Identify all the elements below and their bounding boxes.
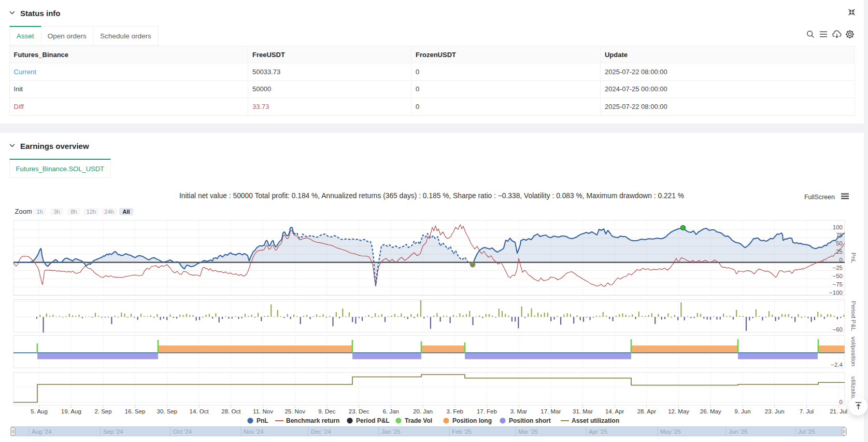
svg-text:3. Mar: 3. Mar <box>510 408 528 415</box>
svg-text:75: 75 <box>836 232 843 238</box>
svg-text:Nov '24: Nov '24 <box>244 429 264 435</box>
svg-text:Dec '24: Dec '24 <box>311 429 331 435</box>
svg-text:100: 100 <box>833 224 843 230</box>
svg-text:Mar '25: Mar '25 <box>518 429 538 435</box>
svg-text:Asset utilization: Asset utilization <box>572 417 619 424</box>
svg-text:6. Jan: 6. Jan <box>383 408 399 415</box>
svg-text:17. Feb: 17. Feb <box>477 408 497 415</box>
svg-text:23. Dec: 23. Dec <box>349 408 369 415</box>
svg-text:12. May: 12. May <box>668 408 689 415</box>
svg-text:−75: −75 <box>832 281 843 287</box>
svg-text:50: 50 <box>836 240 843 246</box>
svg-text:Aug '24: Aug '24 <box>32 429 52 435</box>
svg-text:14. Oct: 14. Oct <box>190 408 209 415</box>
svg-text:Oct '24: Oct '24 <box>173 429 192 435</box>
svg-text:Period P&L: Period P&L <box>850 301 857 332</box>
svg-text:vol/position: vol/position <box>850 337 857 367</box>
svg-text:Jun '25: Jun '25 <box>729 429 748 435</box>
svg-text:9. Jun: 9. Jun <box>734 408 750 415</box>
svg-text:21. Jul: 21. Jul <box>830 408 847 415</box>
svg-text:0: 0 <box>839 257 843 263</box>
svg-text:PnL: PnL <box>850 253 857 264</box>
svg-text:−50: −50 <box>832 273 843 279</box>
svg-text:Position short: Position short <box>509 417 551 424</box>
svg-text:2. Sep: 2. Sep <box>94 408 111 415</box>
svg-text:19. Aug: 19. Aug <box>61 408 81 415</box>
svg-text:−2.4: −2.4 <box>831 362 843 368</box>
svg-text:Benchmark return: Benchmark return <box>286 417 339 424</box>
svg-text:14. Apr: 14. Apr <box>605 408 624 415</box>
svg-text:16. Sep: 16. Sep <box>125 408 146 415</box>
svg-text:−25: −25 <box>832 265 843 271</box>
svg-text:25. Nov: 25. Nov <box>284 408 305 415</box>
svg-text:28. Apr: 28. Apr <box>637 408 657 415</box>
svg-text:Apr '25: Apr '25 <box>589 429 607 435</box>
svg-text:−100: −100 <box>829 289 843 296</box>
svg-text:25: 25 <box>836 248 843 255</box>
svg-text:30. Sep: 30. Sep <box>157 408 178 415</box>
svg-text:11. Nov: 11. Nov <box>253 408 273 415</box>
svg-text:3. Feb: 3. Feb <box>446 408 463 415</box>
svg-text:Period P&L: Period P&L <box>356 417 390 424</box>
svg-text:17. Mar: 17. Mar <box>540 408 561 415</box>
svg-text:Position long: Position long <box>452 417 492 424</box>
svg-text:0: 0 <box>839 399 843 405</box>
svg-text:28. Oct: 28. Oct <box>221 408 241 415</box>
svg-text:May '25: May '25 <box>660 429 681 435</box>
svg-text:Trade Vol: Trade Vol <box>405 417 432 424</box>
svg-text:Sep '24: Sep '24 <box>103 429 123 435</box>
svg-text:20. Jan: 20. Jan <box>413 408 433 415</box>
svg-text:7. Jul: 7. Jul <box>800 408 814 415</box>
svg-text:31. Mar: 31. Mar <box>573 408 593 415</box>
svg-text:−60: −60 <box>832 326 843 333</box>
svg-text:5. Aug: 5. Aug <box>31 408 48 415</box>
svg-text:Jan '25: Jan '25 <box>381 429 401 435</box>
svg-text:Feb '25: Feb '25 <box>452 429 472 435</box>
svg-text:PnL: PnL <box>257 417 268 424</box>
svg-text:9. Dec: 9. Dec <box>318 408 335 415</box>
svg-text:26. May: 26. May <box>700 408 721 415</box>
svg-text:Jul '25: Jul '25 <box>798 429 815 435</box>
svg-text:23. Jun: 23. Jun <box>765 408 785 415</box>
